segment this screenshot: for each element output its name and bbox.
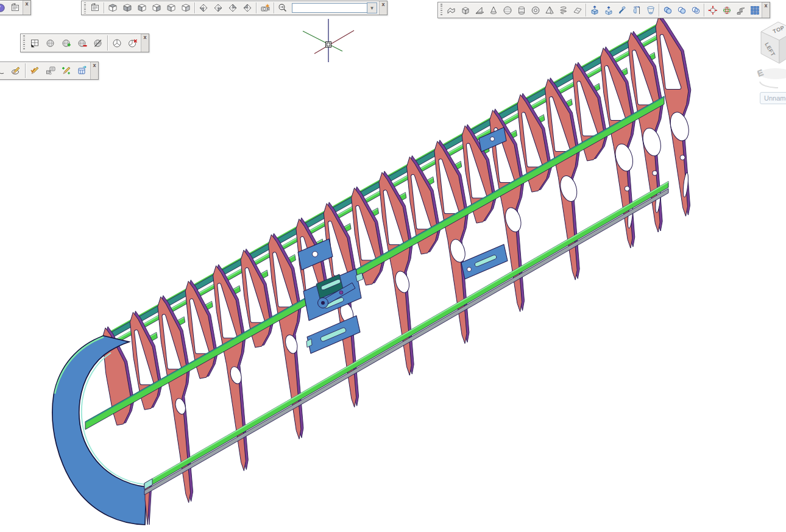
viewcube-ucs-menu[interactable]: Unnamed <box>760 92 786 104</box>
view-right-icon <box>152 3 161 13</box>
subtract-icon <box>677 5 687 15</box>
sphere3d-button[interactable] <box>500 2 514 18</box>
toolbar-close-button[interactable]: x <box>141 34 149 52</box>
polysolid-button[interactable] <box>444 2 458 18</box>
sphere3d-icon <box>503 5 512 15</box>
cone-button[interactable] <box>486 2 500 18</box>
wing-rib[interactable] <box>379 171 414 375</box>
array-3d-button[interactable] <box>748 2 762 18</box>
box-icon <box>461 5 470 15</box>
named-views-icon <box>10 3 20 13</box>
single-viewport-icon <box>46 38 55 48</box>
wedge-icon <box>475 5 484 15</box>
view-right-button[interactable] <box>149 1 164 15</box>
helix-button[interactable] <box>556 2 570 18</box>
view-name-input[interactable] <box>292 3 367 13</box>
sweep-button[interactable] <box>615 2 629 18</box>
view-front-button[interactable] <box>164 1 179 15</box>
ucs-label: Unnamed <box>764 94 786 102</box>
edit-check-button[interactable] <box>27 62 43 79</box>
partial-arc-button[interactable] <box>0 62 8 79</box>
view-back-button[interactable] <box>179 1 193 15</box>
sw-isometric-button[interactable] <box>196 1 211 15</box>
move-3d-button[interactable] <box>706 2 720 18</box>
extrude-icon <box>590 5 600 15</box>
delete-viewport-button[interactable] <box>125 34 141 52</box>
box-button[interactable] <box>458 2 472 18</box>
toolbar-grip[interactable] <box>439 4 444 16</box>
join-viewports-button[interactable] <box>109 34 125 52</box>
sweep-icon <box>618 5 628 15</box>
toolbar-separator <box>659 4 659 16</box>
viewcube-ring <box>760 82 778 88</box>
toolbar-separator <box>107 35 108 51</box>
align-3d-button[interactable] <box>734 2 748 18</box>
loft-button[interactable] <box>643 2 657 18</box>
viewports-dialog-icon <box>30 38 40 48</box>
wing-rib[interactable] <box>269 233 303 439</box>
wedge-button[interactable] <box>472 2 486 18</box>
mount-plate-right[interactable] <box>461 244 508 279</box>
planar-surface-icon <box>573 5 582 15</box>
extrude-button[interactable] <box>587 2 601 18</box>
toolbar-close-button[interactable]: x <box>379 1 387 15</box>
viewport-canvas[interactable] <box>0 0 786 532</box>
named-views-button[interactable] <box>88 1 102 15</box>
viewports-toolbar: x <box>20 34 149 52</box>
ne-isometric-icon <box>228 3 238 13</box>
named-views-button[interactable] <box>8 1 23 15</box>
view-top-button[interactable] <box>105 1 120 15</box>
view-front-icon <box>166 3 176 13</box>
combo-dropdown-arrow-icon[interactable]: ▼ <box>367 2 377 13</box>
view-bottom-button[interactable] <box>120 1 135 15</box>
toolbar-separator <box>194 2 195 13</box>
torus-icon <box>531 5 540 15</box>
viewports-dialog-button[interactable] <box>27 34 43 52</box>
subtract-button[interactable] <box>674 2 689 18</box>
edit-new-button[interactable] <box>58 62 74 79</box>
new-viewport-icon <box>62 38 71 48</box>
toolbar-close-button[interactable]: x <box>23 1 30 15</box>
union-button[interactable] <box>660 2 674 18</box>
view-name-combo[interactable]: ▼ <box>292 2 377 14</box>
create-camera-button[interactable] <box>258 1 272 15</box>
revolve-icon <box>632 5 642 15</box>
rotate-3d-button[interactable] <box>720 2 734 18</box>
named-views-icon <box>90 3 100 13</box>
new-viewport-button[interactable] <box>58 34 74 52</box>
sphere-button[interactable] <box>0 1 8 15</box>
clip-viewport-icon <box>93 38 103 48</box>
nw-isometric-button[interactable] <box>240 1 255 15</box>
toolbar-grip[interactable] <box>22 35 26 51</box>
planar-surface-button[interactable] <box>570 2 584 18</box>
se-isometric-button[interactable] <box>211 1 225 15</box>
ne-isometric-button[interactable] <box>225 1 240 15</box>
view-left-button[interactable] <box>135 1 149 15</box>
toolbar-separator <box>704 4 704 16</box>
revolve-button[interactable] <box>629 2 643 18</box>
sketch-icon <box>11 66 21 76</box>
edit-new-icon <box>62 66 71 76</box>
presspull-button[interactable] <box>601 2 615 18</box>
cylinder-button[interactable] <box>514 2 528 18</box>
toolbar-close-button[interactable]: x <box>762 2 770 18</box>
array-3d-icon <box>750 5 760 15</box>
toolbar-grip[interactable] <box>83 2 87 13</box>
toolbar-close-button[interactable]: x <box>90 62 98 79</box>
toolbar-separator <box>274 2 274 13</box>
named-view-zoom-button[interactable] <box>275 1 290 15</box>
torus-button[interactable] <box>528 2 542 18</box>
single-viewport-button[interactable] <box>43 34 58 52</box>
feature-settings-button[interactable] <box>43 62 58 79</box>
pyramid-button[interactable] <box>542 2 556 18</box>
clip-viewport-button[interactable] <box>90 34 106 52</box>
se-isometric-icon <box>213 3 223 13</box>
subtract-viewport-button[interactable] <box>74 34 90 52</box>
modeling-toolbar: x <box>437 2 770 18</box>
intersect-button[interactable] <box>689 2 703 18</box>
toolbar-separator <box>256 2 257 13</box>
view-left-icon <box>137 3 147 13</box>
sw-isometric-icon <box>199 3 208 13</box>
sketch-button[interactable] <box>8 62 24 79</box>
convert-table-button[interactable] <box>74 62 90 79</box>
